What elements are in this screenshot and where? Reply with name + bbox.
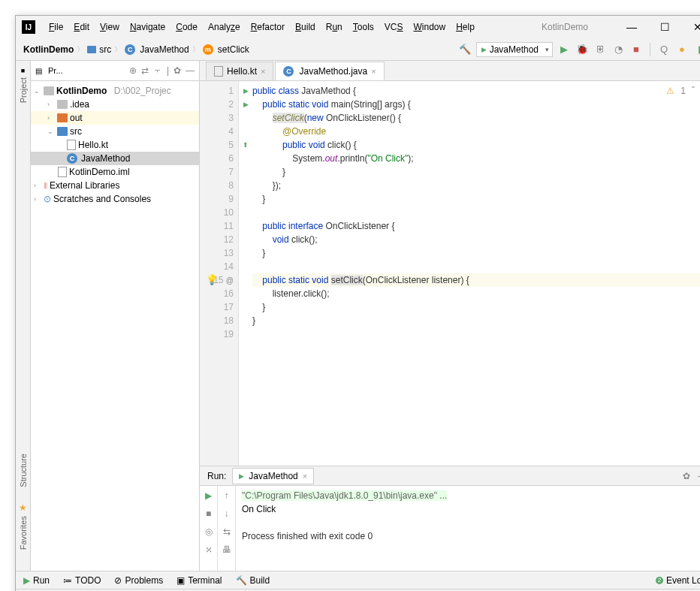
rail-favorites[interactable]: ★Favorites bbox=[19, 502, 28, 550]
maximize-button[interactable]: ☐ bbox=[654, 20, 675, 35]
wrap-icon[interactable]: ⇆ bbox=[223, 526, 231, 537]
iml-file-icon bbox=[58, 167, 67, 177]
tab-todo[interactable]: ≔TODO bbox=[63, 575, 101, 586]
tab-build[interactable]: 🔨Build bbox=[236, 575, 270, 586]
menu-run[interactable]: Run bbox=[321, 20, 347, 35]
menu-vcs[interactable]: VCS bbox=[380, 20, 408, 35]
up-icon[interactable]: ↑ bbox=[225, 490, 229, 501]
bc-method[interactable]: setClick bbox=[218, 44, 249, 55]
rail-structure[interactable]: Structure bbox=[19, 454, 28, 487]
override-icon[interactable]: ⬆ bbox=[243, 141, 249, 149]
menu-tools[interactable]: Tools bbox=[348, 20, 379, 35]
stop-button[interactable]: ■ bbox=[629, 43, 643, 56]
gear-icon[interactable]: ✿ bbox=[683, 471, 690, 481]
intention-bulb-icon[interactable]: 💡 bbox=[206, 274, 218, 285]
tab-run[interactable]: ▶Run bbox=[23, 575, 50, 586]
kotlin-file-icon bbox=[214, 66, 223, 77]
search-icon[interactable]: Q bbox=[657, 43, 671, 56]
left-tool-rail: ■Project Structure ★Favorites bbox=[16, 61, 31, 571]
bc-class[interactable]: JavaMethod bbox=[140, 44, 189, 55]
menu-file[interactable]: File bbox=[44, 20, 68, 35]
ide-icon[interactable]: ◗ bbox=[693, 43, 700, 56]
tree-javamethod[interactable]: CJavaMethod bbox=[31, 152, 199, 165]
menu-refactor[interactable]: Refactor bbox=[246, 20, 289, 35]
app-icon: IJ bbox=[22, 20, 35, 34]
project-tree: ⌄KotlinDemo D:\002_Projec ›.idea ›out ⌄s… bbox=[31, 81, 199, 571]
menu-analyze[interactable]: Analyze bbox=[204, 20, 245, 35]
method-icon: m bbox=[203, 44, 213, 55]
print-icon[interactable]: 🖶 bbox=[222, 544, 231, 555]
tree-scratches[interactable]: ›⊙Scratches and Consoles bbox=[31, 192, 199, 206]
close-icon[interactable]: × bbox=[371, 67, 376, 76]
bc-folder[interactable]: src bbox=[99, 44, 111, 55]
bc-project[interactable]: KotlinDemo bbox=[23, 44, 74, 55]
run-gutter-icon[interactable]: ▶ bbox=[243, 87, 249, 95]
run-tab[interactable]: ▶JavaMethod× bbox=[232, 468, 314, 484]
tab-javamethod[interactable]: CJavaMethod.java× bbox=[275, 62, 384, 80]
menu-navigate[interactable]: Navigate bbox=[125, 20, 170, 35]
sync-icon[interactable]: ● bbox=[675, 43, 689, 56]
titlebar: IJ File Edit View Navigate Code Analyze … bbox=[16, 16, 700, 38]
tab-terminal[interactable]: ▣Terminal bbox=[177, 575, 222, 586]
hammer-icon[interactable]: 🔨 bbox=[458, 43, 472, 56]
rail-project[interactable]: ■Project bbox=[19, 67, 28, 103]
kotlin-file-icon bbox=[67, 140, 76, 150]
menu-help[interactable]: Help bbox=[451, 20, 479, 35]
breadcrumb: KotlinDemo 〉 src 〉 C JavaMethod 〉 m setC… bbox=[23, 44, 249, 55]
hide-icon[interactable]: — bbox=[186, 65, 195, 76]
nav-toolbar: KotlinDemo 〉 src 〉 C JavaMethod 〉 m setC… bbox=[16, 38, 700, 61]
run-config-dropdown[interactable]: ▶ JavaMethod bbox=[476, 42, 553, 57]
code-editor[interactable]: public class JavaMethod { public static … bbox=[239, 81, 700, 466]
run-gutter-icon[interactable]: ▶ bbox=[243, 101, 249, 108]
inspection-widget[interactable]: ⚠1 ˆ ˇ bbox=[666, 86, 700, 96]
rerun-button[interactable]: ▶ bbox=[205, 490, 212, 501]
close-icon[interactable]: × bbox=[261, 67, 265, 76]
class-icon: C bbox=[283, 66, 294, 77]
collapse-icon[interactable]: ⫟ bbox=[153, 65, 162, 76]
menu-build[interactable]: Build bbox=[291, 20, 320, 35]
dump-button[interactable]: ◎ bbox=[205, 526, 213, 537]
run-button[interactable]: ▶ bbox=[557, 43, 571, 56]
menu-edit[interactable]: Edit bbox=[69, 20, 94, 35]
coverage-button[interactable]: ⛨ bbox=[593, 43, 607, 56]
tree-external[interactable]: ›⫴External Libraries bbox=[31, 179, 199, 192]
editor-area: Hello.kt× CJavaMethod.java× 1▶ 2▶ 34 5⬆ … bbox=[200, 61, 700, 466]
editor-tabs: Hello.kt× CJavaMethod.java× bbox=[200, 61, 700, 81]
console-output[interactable]: "C:\Program Files\Java\jdk1.8.0_91\bin\j… bbox=[236, 486, 700, 571]
menu-view[interactable]: View bbox=[95, 20, 124, 35]
select-opened-icon[interactable]: ⊕ bbox=[129, 65, 137, 76]
tree-root[interactable]: ⌄KotlinDemo D:\002_Projec bbox=[31, 84, 199, 98]
expand-icon[interactable]: ⇄ bbox=[141, 65, 149, 76]
exit-button[interactable]: ⤫ bbox=[205, 544, 213, 555]
run-config-label: JavaMethod bbox=[490, 44, 539, 55]
minimize-button[interactable]: — bbox=[621, 20, 642, 35]
main-menu: File Edit View Navigate Code Analyze Ref… bbox=[44, 20, 479, 35]
menu-window[interactable]: Window bbox=[409, 20, 450, 35]
down-icon[interactable]: ↓ bbox=[225, 508, 229, 519]
close-button[interactable]: ✕ bbox=[687, 20, 700, 35]
folder-icon bbox=[87, 46, 96, 53]
project-tool-window: ▤ Pr... ⊕ ⇄ ⫟ | ✿ — ⌄KotlinDemo D:\002_P… bbox=[31, 61, 200, 571]
chevron-up-icon[interactable]: ˆ bbox=[692, 86, 695, 96]
tab-eventlog[interactable]: 2Event Log bbox=[656, 575, 700, 586]
settings-icon[interactable]: ✿ bbox=[173, 65, 181, 76]
profile-button[interactable]: ◔ bbox=[611, 43, 625, 56]
tree-out[interactable]: ›out bbox=[31, 111, 199, 125]
bottom-tool-tabs: ▶Run ≔TODO ⊘Problems ▣Terminal 🔨Build 2E… bbox=[16, 571, 700, 589]
tab-problems[interactable]: ⊘Problems bbox=[114, 575, 163, 586]
class-icon: C bbox=[67, 153, 77, 164]
warning-icon: ⚠ bbox=[666, 86, 674, 96]
window-title: KotlinDemo bbox=[542, 22, 611, 32]
tree-iml[interactable]: KotlinDemo.iml bbox=[31, 165, 199, 179]
stop-button[interactable]: ■ bbox=[206, 508, 211, 519]
run-tool-window: Run: ▶JavaMethod× ✿ — ▶ ■ ◎ ⤫ ↑ bbox=[200, 466, 700, 571]
class-icon: C bbox=[125, 44, 135, 55]
tree-idea[interactable]: ›.idea bbox=[31, 98, 199, 111]
close-icon[interactable]: × bbox=[303, 472, 307, 481]
tab-hello[interactable]: Hello.kt× bbox=[206, 62, 273, 80]
tree-hello[interactable]: Hello.kt bbox=[31, 138, 199, 152]
debug-button[interactable]: 🐞 bbox=[575, 43, 589, 56]
tree-src[interactable]: ⌄src bbox=[31, 125, 199, 138]
menu-code[interactable]: Code bbox=[171, 20, 202, 35]
run-label: Run: bbox=[207, 471, 226, 481]
